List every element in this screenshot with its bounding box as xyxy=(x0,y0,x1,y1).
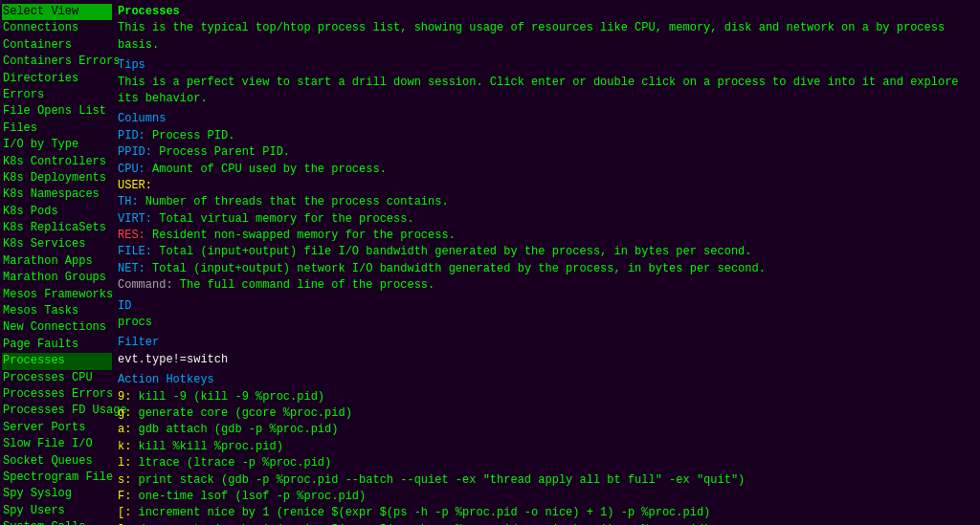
action-desc-6: one-time lsof (lsof -p %proc.pid) xyxy=(131,490,366,503)
action-item-5: s: print stack (gdb -p %proc.pid --batch… xyxy=(118,472,978,489)
sidebar-item-i/o-by-type[interactable]: I/O by Type xyxy=(2,137,112,153)
column-key-virt: VIRT: xyxy=(118,212,152,226)
filter-section: Filterevt.type!=switch xyxy=(118,335,978,368)
sidebar-item-new-connections[interactable]: New Connections xyxy=(2,319,112,336)
id-header: ID xyxy=(118,298,978,315)
action-key-2: a: xyxy=(118,423,131,436)
action-desc-2: gdb attach (gdb -p %proc.pid) xyxy=(131,423,338,436)
action-item-3: k: kill %kill %proc.pid) xyxy=(118,439,978,455)
action-header: Action Hotkeys xyxy=(118,372,978,388)
column-entry-pid: PID: Process PID. xyxy=(118,128,978,144)
column-key-res: RES: xyxy=(118,229,145,242)
column-key-net: NET: xyxy=(118,262,145,275)
sidebar-item-server-ports[interactable]: Server Ports xyxy=(2,420,112,436)
tips-text: This is a perfect view to start a drill … xyxy=(118,75,978,108)
column-val-virt: Total virtual memory for the process. xyxy=(152,212,414,226)
action-section: Action Hotkeys9: kill -9 (kill -9 %proc.… xyxy=(118,372,978,525)
sidebar-item-k8s-controllers[interactable]: K8s Controllers xyxy=(2,154,112,170)
action-desc-0: kill -9 (kill -9 %proc.pid) xyxy=(131,390,324,404)
column-val-net: Total (input+output) network I/O bandwid… xyxy=(145,262,766,275)
action-desc-4: ltrace (ltrace -p %proc.pid) xyxy=(131,456,331,470)
column-val-pid: Process PID. xyxy=(145,129,235,142)
action-item-0: 9: kill -9 (kill -9 %proc.pid) xyxy=(118,389,978,405)
column-key-pid: PID: xyxy=(118,129,145,142)
sidebar-item-socket-queues[interactable]: Socket Queues xyxy=(2,453,112,470)
column-key-user: USER: xyxy=(118,179,152,192)
column-val-file: Total (input+output) file I/O bandwidth … xyxy=(152,245,752,258)
sidebar-item-k8s-replicasets[interactable]: K8s ReplicaSets xyxy=(2,220,112,236)
column-key-command: Command: xyxy=(118,278,173,292)
sidebar-item-marathon-apps[interactable]: Marathon Apps xyxy=(2,253,112,270)
column-val-th: Number of threads that the process conta… xyxy=(139,195,449,208)
action-desc-7: increment nice by 1 (renice $(expr $(ps … xyxy=(131,506,710,519)
sidebar-item-containers-errors[interactable]: Containers Errors xyxy=(2,54,112,70)
column-entry-file: FILE: Total (input+output) file I/O band… xyxy=(118,244,978,260)
sidebar-item-k8s-namespaces[interactable]: K8s Namespaces xyxy=(2,186,112,203)
action-item-4: l: ltrace (ltrace -p %proc.pid) xyxy=(118,455,978,471)
column-entry-virt: VIRT: Total virtual memory for the proce… xyxy=(118,211,978,228)
sidebar-item-marathon-groups[interactable]: Marathon Groups xyxy=(2,270,112,286)
column-entry-user: USER: xyxy=(118,178,978,194)
sidebar-item-processes-fd-usage[interactable]: Processes FD Usage xyxy=(2,403,112,419)
sidebar-item-page-faults[interactable]: Page Faults xyxy=(2,337,112,353)
action-desc-1: generate core (gcore %proc.pid) xyxy=(131,406,351,420)
column-key-th: TH: xyxy=(118,195,139,208)
id-section: IDprocs xyxy=(118,298,978,332)
action-key-6: F: xyxy=(118,490,131,503)
id-value: procs xyxy=(118,315,978,331)
screen: Select ViewConnectionsContainersContaine… xyxy=(0,0,980,525)
sidebar-item-errors[interactable]: Errors xyxy=(2,87,112,103)
column-key-cpu: CPU: xyxy=(118,163,145,176)
main-content: Select ViewConnectionsContainersContaine… xyxy=(2,4,978,525)
sidebar-item-processes[interactable]: Processes xyxy=(2,353,112,369)
sidebar-item-k8s-pods[interactable]: K8s Pods xyxy=(2,204,112,220)
sidebar-item-files[interactable]: Files xyxy=(2,120,112,137)
sidebar-item-processes-errors[interactable]: Processes Errors xyxy=(2,386,112,403)
content-title: Processes xyxy=(118,4,978,20)
content-panel: ProcessesThis is the typical top/htop pr… xyxy=(112,4,978,525)
column-entry-command: Command: The full command line of the pr… xyxy=(118,277,978,294)
action-item-7: [: increment nice by 1 (renice $(expr $(… xyxy=(118,505,978,521)
sidebar-item-mesos-tasks[interactable]: Mesos Tasks xyxy=(2,303,112,319)
action-key-4: l: xyxy=(118,456,131,470)
columns-header: Columns xyxy=(118,111,978,127)
sidebar-item-containers[interactable]: Containers xyxy=(2,37,112,54)
action-key-5: s: xyxy=(118,473,131,487)
sidebar-item-mesos-frameworks[interactable]: Mesos Frameworks xyxy=(2,287,112,303)
column-val-command: The full command line of the process. xyxy=(173,278,435,292)
action-key-7: [: xyxy=(118,506,131,519)
sidebar-item-spy-users[interactable]: Spy Users xyxy=(2,503,112,519)
action-item-6: F: one-time lsof (lsof -p %proc.pid) xyxy=(118,489,978,505)
sidebar-item-spectrogram-file[interactable]: Spectrogram File xyxy=(2,470,112,486)
action-desc-3: kill %kill %proc.pid) xyxy=(131,440,282,453)
column-val-ppid: Process Parent PID. xyxy=(152,145,290,159)
sidebar-item-processes-cpu[interactable]: Processes CPU xyxy=(2,370,112,386)
column-key-file: FILE: xyxy=(118,245,152,258)
sidebar-item-directories[interactable]: Directories xyxy=(2,71,112,87)
filter-section-value: evt.type!=switch xyxy=(118,352,978,368)
sidebar-item-k8s-services[interactable]: K8s Services xyxy=(2,236,112,252)
column-entry-ppid: PPID: Process Parent PID. xyxy=(118,144,978,161)
column-entry-res: RES: Resident non-swapped memory for the… xyxy=(118,228,978,244)
column-key-ppid: PPID: xyxy=(118,145,152,159)
action-desc-5: print stack (gdb -p %proc.pid --batch --… xyxy=(131,473,745,487)
sidebar-item-file-opens-list[interactable]: File Opens List xyxy=(2,103,112,120)
sidebar-item-system-calls[interactable]: System Calls xyxy=(2,519,112,525)
action-key-1: g: xyxy=(118,406,131,420)
filter-section-header: Filter xyxy=(118,335,978,351)
column-val-cpu: Amount of CPU used by the process. xyxy=(145,163,387,176)
column-val-res: Resident non-swapped memory for the proc… xyxy=(145,229,456,242)
column-entry-cpu: CPU: Amount of CPU used by the process. xyxy=(118,162,978,178)
column-entry-th: TH: Number of threads that the process c… xyxy=(118,194,978,210)
action-key-0: 9: xyxy=(118,390,131,404)
content-description: This is the typical top/htop process lis… xyxy=(118,20,978,54)
sidebar-item-slow-file-i/o[interactable]: Slow File I/O xyxy=(2,436,112,452)
action-key-3: k: xyxy=(118,440,131,453)
action-item-2: a: gdb attach (gdb -p %proc.pid) xyxy=(118,422,978,438)
sidebar-item-select-view[interactable]: Select View xyxy=(2,4,112,20)
action-item-1: g: generate core (gcore %proc.pid) xyxy=(118,405,978,422)
sidebar-item-connections[interactable]: Connections xyxy=(2,20,112,36)
sidebar-item-k8s-deployments[interactable]: K8s Deployments xyxy=(2,170,112,186)
sidebar-item-spy-syslog[interactable]: Spy Syslog xyxy=(2,486,112,502)
column-entry-net: NET: Total (input+output) network I/O ba… xyxy=(118,261,978,277)
